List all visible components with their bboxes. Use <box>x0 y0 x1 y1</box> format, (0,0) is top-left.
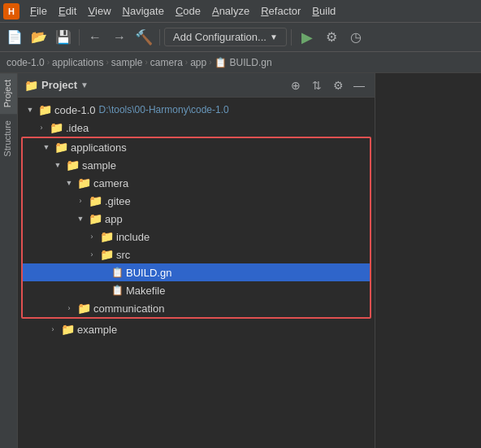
tree-item-include[interactable]: › 📁 include <box>23 228 370 246</box>
chevron-down-icon: ▼ <box>41 141 52 153</box>
breadcrumb-sample[interactable]: sample <box>111 57 143 68</box>
tree-item-camera[interactable]: ▼ 📁 camera <box>23 174 370 192</box>
tree-item-gitee[interactable]: › 📁 .gitee <box>23 192 370 210</box>
menu-navigate[interactable]: Navigate <box>117 0 170 22</box>
tree-label: app <box>105 213 123 225</box>
root-path: D:\tools\00-Harmony\code-1.0 <box>99 104 229 115</box>
tree-label: Makefile <box>126 285 165 297</box>
tree-item-communication[interactable]: › 📁 communication <box>23 299 370 317</box>
config-dropdown-icon: ▼ <box>270 33 278 41</box>
chevron-right-icon: › <box>86 249 98 260</box>
toolbar-sep2 <box>159 29 160 46</box>
panel-header: 📁 Project ▼ ⊕ ⇅ ⚙ — <box>18 73 375 98</box>
menu-view[interactable]: View <box>82 0 116 22</box>
breadcrumb-camera[interactable]: camera <box>150 57 183 68</box>
breadcrumb-sep3: › <box>145 58 147 67</box>
tree-item-build-gn[interactable]: › 📋 BUILD.gn <box>23 263 370 281</box>
tab-structure[interactable]: Structure <box>0 114 17 163</box>
folder-icon: 📁 <box>77 302 91 315</box>
folder-icon: 📁 <box>54 141 68 154</box>
main-layout: Project Structure 📁 Project ▼ ⊕ ⇅ ⚙ — ▼ … <box>0 73 481 448</box>
dropdown-arrow-icon[interactable]: ▼ <box>80 80 89 89</box>
tree-label: code-1.0 <box>54 104 96 116</box>
panel-title: 📁 Project ▼ <box>24 79 284 92</box>
tree-label: sample <box>82 159 116 172</box>
open-btn[interactable]: 📂 <box>28 26 50 49</box>
folder-icon: 📁 <box>61 323 75 336</box>
file-icon: 📋 <box>214 57 227 68</box>
menu-edit[interactable]: Edit <box>53 0 82 22</box>
new-file-btn[interactable]: 📄 <box>3 26 26 49</box>
breadcrumb-sep4: › <box>185 58 188 67</box>
right-panel <box>375 73 481 448</box>
chevron-down-icon: ▼ <box>24 104 36 115</box>
breadcrumb-applications[interactable]: applications <box>52 57 103 68</box>
tree-item-makefile[interactable]: › 📋 Makefile <box>23 281 370 299</box>
project-panel: 📁 Project ▼ ⊕ ⇅ ⚙ — ▼ 📁 code-1.0 D:\tool… <box>18 73 375 448</box>
app-logo: H <box>3 3 20 20</box>
folder-icon: 📁 <box>50 121 63 134</box>
breadcrumb-sep5: › <box>209 58 211 67</box>
add-configuration-btn[interactable]: Add Configuration... ▼ <box>164 28 287 46</box>
spacer: › <box>98 285 109 296</box>
chevron-right-icon: › <box>86 231 98 242</box>
tab-project[interactable]: Project <box>0 73 17 114</box>
chevron-down-icon: ▼ <box>63 177 75 189</box>
hammer-btn[interactable]: 🔨 <box>132 26 155 49</box>
chevron-right-icon: › <box>75 195 86 207</box>
chevron-down-icon: ▼ <box>52 159 63 171</box>
tree-label: .idea <box>66 122 89 134</box>
file-icon: 📋 <box>111 285 124 296</box>
breadcrumb-app[interactable]: app <box>190 57 206 68</box>
breadcrumb: code-1.0 › applications › sample › camer… <box>0 52 481 73</box>
tree-item-app[interactable]: ▼ 📁 app <box>23 210 370 228</box>
settings-btn[interactable]: ⚙ <box>329 76 347 94</box>
file-icon: 📋 <box>111 267 124 278</box>
save-btn[interactable]: 💾 <box>52 26 75 49</box>
toolbar: 📄 📂 💾 ← → 🔨 Add Configuration... ▼ ▶ ⚙ ◷ <box>0 23 481 52</box>
tree-item-applications[interactable]: ▼ 📁 applications <box>23 138 370 156</box>
menu-build[interactable]: Build <box>306 0 341 22</box>
menu-code[interactable]: Code <box>170 0 206 22</box>
tree-item-sample[interactable]: ▼ 📁 sample <box>23 156 370 174</box>
back-btn[interactable]: ← <box>84 26 106 49</box>
folder-icon: 📁 <box>89 194 102 207</box>
tree-label: camera <box>93 177 128 189</box>
menu-refactor[interactable]: Refactor <box>255 0 306 22</box>
chevron-right-icon: › <box>63 302 75 314</box>
forward-btn[interactable]: → <box>108 26 131 49</box>
menu-file[interactable]: File <box>24 0 53 22</box>
minimize-btn[interactable]: — <box>350 76 368 94</box>
panel-actions: ⊕ ⇅ ⚙ — <box>287 76 368 94</box>
folder-icon: 📁 <box>77 176 91 189</box>
tree-item-example[interactable]: › 📁 example <box>18 320 375 338</box>
folder-icon: 📁 <box>100 230 114 243</box>
breadcrumb-sep2: › <box>106 58 108 67</box>
tree-label: example <box>77 324 117 336</box>
run-btn[interactable]: ▶ <box>296 26 318 49</box>
breadcrumb-root[interactable]: code-1.0 <box>6 57 45 68</box>
highlight-box: ▼ 📁 applications ▼ 📁 sample ▼ 📁 camera <box>21 137 371 319</box>
side-tabs: Project Structure <box>0 73 18 448</box>
chevron-down-icon: ▼ <box>75 213 86 224</box>
tree-item-root[interactable]: ▼ 📁 code-1.0 D:\tools\00-Harmony\code-1.… <box>18 101 375 119</box>
menu-analyze[interactable]: Analyze <box>206 0 255 22</box>
folder-icon: 📁 <box>38 103 52 116</box>
tree-label: src <box>116 249 130 261</box>
debug-btn[interactable]: ⚙ <box>320 26 343 49</box>
locate-btn[interactable]: ⊕ <box>287 76 305 94</box>
toolbar-sep1 <box>79 29 80 46</box>
spacer: › <box>98 267 109 278</box>
tree-item-idea[interactable]: › 📁 .idea <box>18 119 375 137</box>
tree-label: include <box>116 231 150 243</box>
coverage-btn[interactable]: ◷ <box>344 26 367 49</box>
toolbar-sep3 <box>291 29 292 46</box>
scroll-btn[interactable]: ⇅ <box>308 76 326 94</box>
tree-item-src[interactable]: › 📁 src <box>23 246 370 263</box>
folder-icon-header: 📁 <box>24 79 38 92</box>
folder-icon: 📁 <box>66 159 80 172</box>
breadcrumb-file[interactable]: 📋 BUILD.gn <box>214 57 272 68</box>
tree-label: applications <box>71 141 127 154</box>
tree-label: .gitee <box>105 195 131 207</box>
folder-icon: 📁 <box>100 248 114 261</box>
